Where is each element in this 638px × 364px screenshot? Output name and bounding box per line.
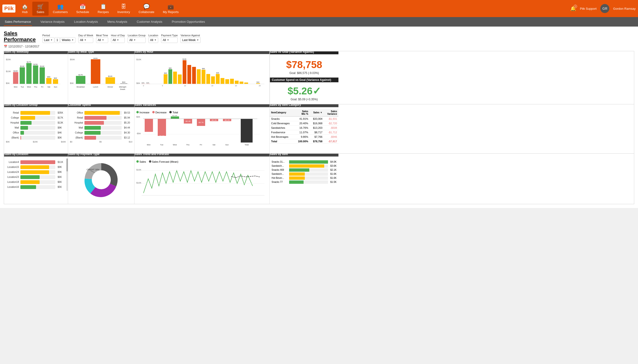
table-row: Hot Beverages9.86%$7,766-$946 bbox=[270, 134, 338, 139]
support-label[interactable]: Piik Support bbox=[580, 7, 596, 10]
customer-spend-title: Customer Spend bbox=[68, 104, 134, 107]
period-unit-select[interactable]: Weeks ▼ bbox=[60, 37, 76, 43]
hour-of-day-label: Hour of Day bbox=[111, 34, 125, 37]
sales-by-hour-panel: Sales by Hour $10K $0K 0 5 $4K bbox=[134, 51, 270, 104]
svg-text:$0K: $0K bbox=[6, 82, 10, 84]
svg-text:$13K: $13K bbox=[182, 58, 187, 60]
charts-row-2: Sales by Location Group Retail $35K Coll… bbox=[4, 104, 634, 154]
date-range: 12/12/2017 - 12/18/2017 bbox=[8, 45, 39, 48]
spend-blank-row: (Blank) $3.12 bbox=[70, 136, 132, 140]
avatar[interactable]: GR bbox=[600, 4, 609, 13]
nav-inventory[interactable]: 🗄 Inventory bbox=[113, 2, 134, 16]
nav-customers[interactable]: 👥 Customers bbox=[48, 2, 72, 16]
location4-row: Location4 $11K bbox=[6, 160, 66, 164]
svg-text:$14K: $14K bbox=[20, 65, 25, 67]
svg-rect-66 bbox=[220, 78, 224, 84]
user-name: Gordon Ramsay bbox=[613, 7, 636, 10]
svg-text:Lunch: Lunch bbox=[93, 86, 98, 88]
svg-text:$15K: $15K bbox=[34, 63, 38, 66]
location-group-x-axis: $0K$20K$40K bbox=[6, 140, 66, 143]
spend-office-row: Office $9.53 bbox=[70, 111, 132, 115]
schedule-icon: 📅 bbox=[80, 4, 86, 10]
svg-rect-64 bbox=[216, 74, 220, 84]
sub-nav-customer-analysis[interactable]: Customer Analysis bbox=[136, 18, 164, 26]
sales-by-item-category-title: Sales by Item Category bbox=[270, 104, 338, 107]
location18-row: Location18 $6K bbox=[6, 180, 66, 184]
sales-by-meal-type-chart: $50K $0K $17K Breakfast $48K Lunch $14K … bbox=[70, 58, 130, 94]
sales-by-hour-title: Sales by Hour bbox=[134, 51, 270, 54]
period-last-select[interactable]: Last ▼ bbox=[42, 37, 54, 43]
charts-row-1: Sales by Weekday $20K $10K $0K $10K Mon … bbox=[4, 51, 634, 104]
spend-mall-row: Mall $4.44 bbox=[70, 126, 132, 130]
svg-text:Tue: Tue bbox=[160, 144, 164, 146]
sales-trend-legend: Sales Sales Forecast (Mean) bbox=[136, 160, 268, 163]
filter-hour-of-day: Hour of Day All ▼ bbox=[111, 34, 125, 43]
table-row: Foodservice11.07%$8,717-$1,712 bbox=[270, 130, 338, 134]
item-snacks469-row: Snacks 469 $2.1K bbox=[272, 168, 336, 172]
location15-row: Location15 $9K bbox=[6, 165, 66, 169]
col-sales: Sales ▼ bbox=[310, 109, 324, 116]
svg-text:$10K: $10K bbox=[136, 58, 141, 61]
sub-nav-menu-analysis[interactable]: Menu Analysis bbox=[106, 18, 128, 26]
sub-nav-promotion-opportunities[interactable]: Promotion Opportunities bbox=[171, 18, 206, 26]
meal-time-select[interactable]: All ▼ bbox=[96, 37, 108, 43]
location-hospital-row: Hospital $13K bbox=[6, 121, 66, 125]
nav-my-reports[interactable]: 💼 My Reports bbox=[159, 2, 183, 16]
svg-text:10: 10 bbox=[184, 85, 186, 86]
svg-text:$0K: $0K bbox=[142, 82, 145, 84]
period-number-select[interactable]: 1 bbox=[55, 37, 60, 43]
payment-type-select[interactable]: All ▼ bbox=[161, 37, 178, 43]
nav-sales[interactable]: 🛒 Sales bbox=[32, 2, 48, 16]
col-variance: SalesVariance bbox=[324, 109, 338, 116]
notification-count: 0 bbox=[574, 5, 577, 8]
item-sandwich2-row: Sandwich... $1.6K bbox=[272, 172, 336, 176]
svg-rect-9 bbox=[26, 63, 32, 84]
svg-text:CREDIT 18%: CREDIT 18% bbox=[86, 168, 100, 171]
sales-by-location-group-panel: Sales by Location Group Retail $35K Coll… bbox=[4, 104, 68, 154]
item-hotbev-row: Hot Bever... $1.6K bbox=[272, 176, 336, 180]
filter-location-group: Location Group All ▼ bbox=[128, 34, 146, 43]
item-category-table: ItemCategory SalesMix % Sales ▼ SalesVar… bbox=[270, 109, 338, 144]
location-group-select[interactable]: All ▼ bbox=[128, 37, 146, 43]
spend-college-row: College $4.30 bbox=[70, 131, 132, 135]
filter-period: Period Last ▼ 1 Weeks ▼ bbox=[42, 34, 76, 43]
nav-hub[interactable]: 🏠 Hub bbox=[17, 2, 32, 16]
location-select[interactable]: All ▼ bbox=[148, 37, 158, 43]
svg-text:Snack: Snack bbox=[120, 88, 126, 90]
svg-text:20: 20 bbox=[235, 85, 237, 86]
sub-nav-variance-analysis[interactable]: Variance Analysis bbox=[40, 18, 66, 26]
svg-text:$0K: $0K bbox=[146, 82, 150, 84]
svg-text:Fri: Fri bbox=[200, 144, 202, 146]
svg-rect-15 bbox=[40, 67, 45, 84]
location-label: Location bbox=[148, 34, 158, 37]
logo[interactable]: Piik bbox=[2, 4, 16, 12]
nav-collaborate[interactable]: 💬 Collaborate bbox=[134, 2, 159, 16]
location-group-label: Location Group bbox=[128, 34, 146, 37]
svg-rect-62 bbox=[206, 74, 210, 84]
top-nav: Piik 🏠 Hub 🛒 Sales 👥 Customers 📅 Schedul… bbox=[0, 0, 638, 17]
item-sandwich1-row: Sandwich... $3.6K bbox=[272, 164, 336, 168]
kpi-panel: Sales vs Goal (Variance Against) $78,758… bbox=[270, 51, 338, 104]
nav-schedule[interactable]: 📅 Schedule bbox=[72, 2, 94, 16]
hour-of-day-select[interactable]: All ▼ bbox=[111, 37, 125, 43]
svg-text:$0K: $0K bbox=[70, 82, 74, 84]
sub-nav-sales-performance[interactable]: Sales Performance bbox=[4, 18, 32, 26]
notification-bell[interactable]: 🔔 0 bbox=[570, 6, 576, 12]
location-office-row: Office $4K bbox=[6, 131, 66, 135]
location-retail-row: Retail $35K bbox=[6, 111, 66, 115]
col-mix: SalesMix % bbox=[294, 109, 310, 116]
svg-text:-$0.2K: -$0.2K bbox=[211, 119, 217, 121]
svg-text:Midnight: Midnight bbox=[119, 86, 126, 88]
svg-text:-$1.8K: -$1.8K bbox=[159, 135, 164, 137]
svg-rect-18 bbox=[46, 78, 52, 84]
filter-meal-time: Meal Time All ▼ bbox=[96, 34, 108, 43]
customer-spend-vs-goal-goal: Goal: $5.09 (+3.35%) bbox=[273, 98, 336, 101]
payment-type-label: Payment Type bbox=[161, 34, 178, 37]
variance-against-select[interactable]: Last Week ▼ bbox=[180, 37, 200, 43]
sales-trend-panel: Sales Trend and Forecast Sales Sales For… bbox=[134, 154, 270, 204]
svg-text:Tue: Tue bbox=[21, 86, 24, 88]
day-of-week-select[interactable]: All ▼ bbox=[78, 37, 93, 43]
sub-nav-location-analysis[interactable]: Location Analysis bbox=[73, 18, 99, 26]
svg-text:$1.0K: $1.0K bbox=[172, 115, 178, 116]
nav-recipes[interactable]: 📋 Recipes bbox=[94, 2, 113, 16]
